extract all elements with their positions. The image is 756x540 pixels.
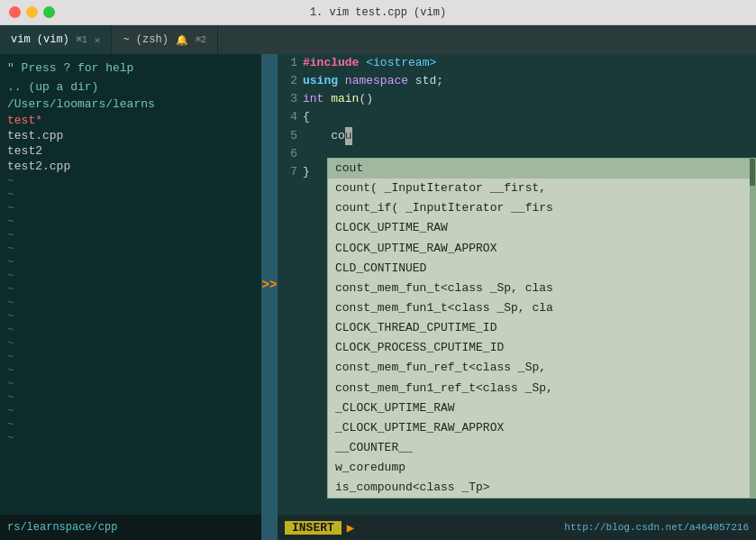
autocomplete-item-4[interactable]: CLOCK_UPTIME_RAW_APPROX: [328, 239, 755, 259]
tab-vim-label: vim (vim): [11, 33, 69, 46]
tab-vim-shortcut: ⌘1: [77, 34, 87, 45]
line-content-3: int main(): [303, 90, 373, 108]
selected-file[interactable]: test*: [7, 113, 254, 128]
line-content-1: #include <iostream>: [303, 54, 436, 72]
autocomplete-item-16[interactable]: is_compound<class _Tp>: [328, 478, 755, 498]
autocomplete-item-10[interactable]: const_mem_fun_ref_t<class _Sp,: [328, 358, 755, 378]
url-text: http://blog.csdn.net/a464057216: [564, 522, 749, 533]
autocomplete-item-3[interactable]: CLOCK_UPTIME_RAW: [328, 218, 755, 238]
insert-badge: INSERT: [285, 521, 342, 535]
line-num-4: 4: [278, 108, 303, 126]
tab-zsh-label: ~ (zsh): [123, 33, 168, 46]
bell-icon: 🔔: [176, 34, 188, 46]
editor-panel[interactable]: 1 #include <iostream> 2 using namespace …: [278, 54, 756, 515]
line-content-4: {: [303, 108, 310, 126]
code-line-5: 5 cou: [278, 127, 756, 145]
autocomplete-item-7[interactable]: const_mem_fun1_t<class _Sp, cla: [328, 298, 755, 318]
maximize-button[interactable]: [43, 6, 55, 18]
close-button[interactable]: [9, 6, 21, 18]
autocomplete-item-6[interactable]: const_mem_fun_t<class _Sp, clas: [328, 279, 755, 298]
insert-area: INSERT ▶: [285, 520, 354, 535]
autocomplete-item-0[interactable]: cout: [328, 159, 755, 178]
file-explorer: " Press ? for help .. (up a dir) /Users/…: [0, 54, 261, 515]
line-content-5: cou: [303, 127, 352, 145]
code-line-4: 4 {: [278, 108, 756, 126]
line-num-1: 1: [278, 54, 303, 72]
line-content-7: }: [303, 163, 310, 181]
main-area: " Press ? for help .. (up a dir) /Users/…: [0, 54, 756, 515]
autocomplete-item-11[interactable]: const_mem_fun1_ref_t<class _Sp,: [328, 379, 755, 398]
editor-area[interactable]: 1 #include <iostream> 2 using namespace …: [278, 54, 756, 515]
code-line-3: 3 int main(): [278, 90, 756, 108]
traffic-lights: [0, 6, 55, 18]
autocomplete-item-15[interactable]: w_coredump: [328, 458, 755, 478]
left-status: rs/learnspace/cpp: [0, 515, 261, 540]
right-status: INSERT ▶ http://blog.csdn.net/a464057216: [278, 515, 756, 540]
tab-zsh[interactable]: ~ (zsh) 🔔 ⌘2: [112, 25, 217, 54]
dir-up[interactable]: .. (up a dir): [7, 78, 254, 96]
autocomplete-item-1[interactable]: count( _InputIterator __first,: [328, 178, 755, 198]
tab-vim[interactable]: vim (vim) ⌘1 ✕: [0, 25, 112, 54]
status-area: rs/learnspace/cpp INSERT ▶ http://blog.c…: [0, 515, 756, 540]
line-num-3: 3: [278, 90, 303, 108]
line-num-5: 5: [278, 127, 303, 145]
autocomplete-item-8[interactable]: CLOCK_THREAD_CPUTIME_ID: [328, 318, 755, 338]
autocomplete-item-5[interactable]: CLD_CONTINUED: [328, 259, 755, 279]
autocomplete-scrollbar[interactable]: [750, 159, 755, 498]
line-num-7: 7: [278, 163, 303, 181]
file-item[interactable]: test.cpp: [7, 128, 254, 143]
selected-file-name: test*: [7, 114, 42, 127]
tab-bar: vim (vim) ⌘1 ✕ ~ (zsh) 🔔 ⌘2: [0, 25, 756, 54]
autocomplete-item-2[interactable]: count_if( _InputIterator __firs: [328, 198, 755, 218]
autocomplete-item-9[interactable]: CLOCK_PROCESS_CPUTIME_ID: [328, 338, 755, 358]
separator-panel: >>: [261, 54, 278, 515]
autocomplete-item-14[interactable]: __COUNTER__: [328, 438, 755, 458]
minimize-button[interactable]: [26, 6, 38, 18]
line-num-2: 2: [278, 72, 303, 90]
tab-zsh-shortcut: ⌘2: [196, 34, 206, 45]
line-num-6: 6: [278, 145, 303, 163]
title-bar: 1. vim test.cpp (vim): [0, 0, 756, 25]
help-text: " Press ? for help: [7, 58, 254, 78]
file-item[interactable]: test2: [7, 143, 254, 159]
current-path: /Users/loomars/learns: [7, 96, 254, 113]
tab-vim-close[interactable]: ✕: [95, 34, 101, 46]
line-content-2: using namespace std;: [303, 72, 443, 90]
separator-arrows: >>: [262, 278, 278, 292]
autocomplete-item-12[interactable]: _CLOCK_UPTIME_RAW: [328, 398, 755, 418]
left-panel: " Press ? for help .. (up a dir) /Users/…: [0, 54, 261, 515]
autocomplete-item-13[interactable]: _CLOCK_UPTIME_RAW_APPROX: [328, 418, 755, 438]
scrollbar-thumb[interactable]: [750, 159, 755, 186]
code-line-1: 1 #include <iostream>: [278, 54, 756, 72]
window-title: 1. vim test.cpp (vim): [310, 6, 446, 19]
code-line-2: 2 using namespace std;: [278, 72, 756, 90]
sep-bottom: [261, 515, 278, 540]
file-item[interactable]: test2.cpp: [7, 159, 254, 174]
autocomplete-dropdown[interactable]: cout count( _InputIterator __first, coun…: [327, 158, 756, 499]
left-path: rs/learnspace/cpp: [7, 521, 117, 534]
insert-arrow-icon: ▶: [347, 520, 354, 535]
tilde-lines: ~ ~ ~ ~ ~ ~ ~ ~ ~ ~ ~ ~ ~ ~ ~ ~ ~ ~ ~ ~: [7, 174, 254, 444]
